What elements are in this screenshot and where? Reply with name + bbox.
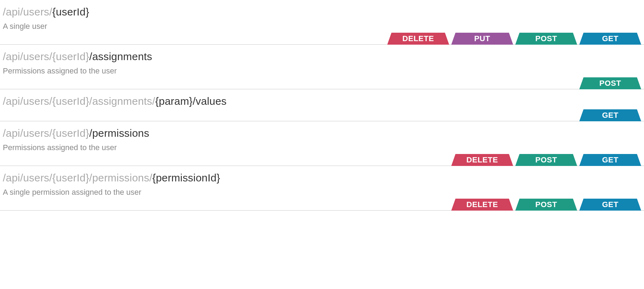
path-segment-dim: /api/users/{userId}/permissions/ <box>3 172 152 184</box>
endpoint-path: /api/users/{userId} <box>3 6 641 18</box>
endpoint-path: /api/users/{userId}/assignments <box>3 50 641 63</box>
endpoint-row: /api/users/{userId}/assignments/{param}/… <box>0 89 644 121</box>
method-tab-post[interactable]: POST <box>515 33 577 45</box>
method-tab-put[interactable]: PUT <box>451 33 513 45</box>
endpoint-description: A single user <box>3 22 641 31</box>
endpoint-row: /api/users/{userId}/permissions Permissi… <box>0 121 644 166</box>
method-tab-get[interactable]: GET <box>579 33 641 45</box>
method-tabs: GET <box>579 109 641 121</box>
endpoint-path: /api/users/{userId}/permissions <box>3 127 641 140</box>
path-segment-bold: {permissionId} <box>152 172 220 184</box>
endpoint-description: Permissions assigned to the user <box>3 143 641 152</box>
endpoint-description: Permissions assigned to the user <box>3 66 641 76</box>
method-tab-get[interactable]: GET <box>579 199 641 211</box>
path-segment-bold: /assignments <box>89 51 152 62</box>
path-segment-dim: /api/users/{userId} <box>3 51 89 62</box>
method-tab-delete[interactable]: DELETE <box>451 199 513 211</box>
method-tab-get[interactable]: GET <box>579 154 641 166</box>
path-segment-bold: {userId} <box>52 6 89 18</box>
method-tab-post[interactable]: POST <box>515 154 577 166</box>
endpoint-row: /api/users/{userId}/assignments Permissi… <box>0 45 644 89</box>
path-segment-dim: /api/users/{userId}/assignments/ <box>3 95 155 107</box>
endpoint-row: /api/users/{userId}/permissions/{permiss… <box>0 166 644 211</box>
method-tab-delete[interactable]: DELETE <box>451 154 513 166</box>
path-segment-bold: /permissions <box>89 127 149 139</box>
endpoint-path: /api/users/{userId}/permissions/{permiss… <box>3 172 641 184</box>
method-tabs: DELETE PUT POST GET <box>387 33 641 45</box>
path-segment-bold: {param}/values <box>155 95 227 107</box>
endpoint-row: /api/users/{userId} A single user DELETE… <box>0 0 644 45</box>
endpoints-list: /api/users/{userId} A single user DELETE… <box>0 0 644 211</box>
method-tabs: DELETE POST GET <box>451 199 641 211</box>
method-tab-post[interactable]: POST <box>579 77 641 89</box>
path-segment-dim: /api/users/ <box>3 6 52 18</box>
method-tab-get[interactable]: GET <box>579 109 641 121</box>
endpoint-description: A single permission assigned to the user <box>3 188 641 197</box>
method-tab-delete[interactable]: DELETE <box>387 33 449 45</box>
method-tabs: DELETE POST GET <box>451 154 641 166</box>
method-tabs: POST <box>579 77 641 89</box>
method-tab-post[interactable]: POST <box>515 199 577 211</box>
path-segment-dim: /api/users/{userId} <box>3 127 89 139</box>
endpoint-path: /api/users/{userId}/assignments/{param}/… <box>3 95 641 108</box>
